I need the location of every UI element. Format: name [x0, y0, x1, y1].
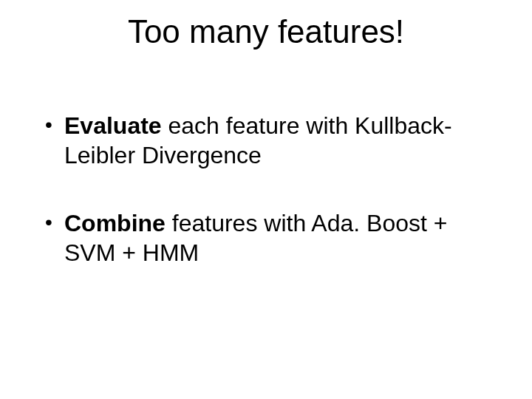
slide-title: Too many features!	[0, 13, 532, 50]
slide: Too many features! Evaluate each feature…	[0, 0, 532, 399]
list-item: Evaluate each feature with Kullback-Leib…	[41, 111, 491, 170]
bullet-list: Evaluate each feature with Kullback-Leib…	[41, 111, 491, 267]
slide-body: Evaluate each feature with Kullback-Leib…	[41, 111, 491, 306]
bullet-bold: Combine	[64, 210, 166, 236]
list-item: Combine features with Ada. Boost + SVM +…	[41, 208, 491, 267]
bullet-bold: Evaluate	[64, 112, 162, 139]
